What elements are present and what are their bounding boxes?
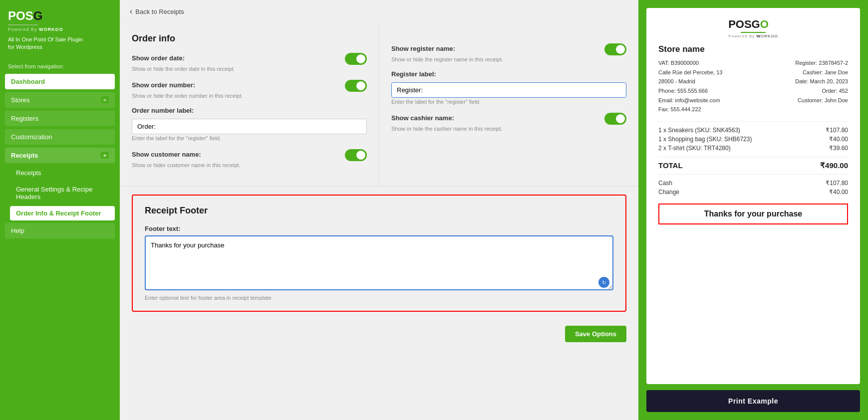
order-number-label-row: Order number label: Enter the label for … (132, 107, 367, 141)
receipt-divider-1 (658, 121, 848, 122)
show-cashier-name-toggle[interactable] (604, 113, 626, 125)
show-register-name-toggle[interactable] (604, 43, 626, 55)
sidebar-item-customization[interactable]: Customization (5, 129, 115, 145)
sidebar-item-label: Receipts (11, 152, 38, 159)
register-label-input[interactable] (391, 82, 626, 98)
receipt-store-name: Store name (658, 44, 848, 54)
item-desc-2: 2 x T-shirt (SKU: TRT4280) (658, 145, 731, 152)
item-price-0: ₹107.80 (826, 127, 848, 134)
textarea-resize-icon: ↻ (598, 277, 609, 288)
show-customer-name-row: Show customer name: Show or hider custom… (132, 149, 367, 168)
show-register-name-row: Show register name: Show or hide the reg… (391, 43, 626, 62)
order-number-label-desc: Enter the label for the "register" field… (132, 135, 367, 141)
nav-label: Select from navigation: (0, 56, 120, 72)
receipt-cash-row: Cash ₹107.80 (658, 179, 848, 188)
show-customer-name-desc: Show or hider customer name in this rece… (132, 162, 367, 168)
cash-value: ₹107.80 (826, 180, 848, 187)
sidebar-tagline: All In One Point Of Sale Plugin for Word… (8, 36, 112, 51)
receipt-logo: POSGO Powered By WORKGO (728, 18, 778, 38)
receipt-card: POSGO Powered By WORKGO Store name VAT: … (646, 8, 860, 384)
sidebar-item-stores[interactable]: Stores » (5, 92, 115, 108)
receipt-cashier: Cashier: Jane Doe (795, 68, 848, 77)
footer-section-title: Receipt Footer (145, 206, 613, 216)
show-order-date-label: Show order date: (132, 54, 185, 62)
show-cashier-name-label: Show cashier name: (391, 114, 454, 122)
order-info-title: Order info (132, 33, 367, 44)
show-order-date-desc: Show or hide the order date in this rece… (132, 66, 367, 72)
show-customer-name-toggle[interactable] (345, 149, 367, 161)
show-customer-name-label: Show customer name: (132, 151, 201, 158)
main-wrapper: ‹ Back to Receipts Order info Show order… (120, 0, 638, 420)
footer-text-textarea[interactable]: Thanks for your purchase (145, 235, 613, 290)
change-label: Change (658, 189, 679, 196)
sidebar-item-receipts[interactable]: Receipts » (5, 148, 115, 163)
total-label: TOTAL (658, 161, 683, 170)
print-example-button[interactable]: Print Example (646, 390, 860, 412)
show-cashier-name-row: Show cashier name: Show or hide the cash… (391, 113, 626, 132)
receipt-email: Email: info@website.com (658, 96, 722, 105)
back-nav-label: Back to Receipts (135, 8, 184, 15)
subitem-label: General Settings & Recipe Headers (16, 186, 92, 201)
show-register-name-label: Show register name: (391, 45, 455, 52)
logo-pos-text: POS (8, 9, 33, 23)
show-order-number-toggle[interactable] (345, 80, 367, 92)
sidebar-logo-area: POSGO Powered By WORKGO All In One Point… (0, 0, 120, 56)
item-price-1: ₹40.00 (829, 136, 848, 143)
sidebar-item-registers[interactable]: Registers (5, 111, 115, 126)
show-cashier-name-desc: Show or hide the cashier name in this re… (391, 126, 626, 132)
sidebar-item-dashboard[interactable]: Dashboard (5, 74, 115, 89)
receipt-preview-panel: POSGO Powered By WORKGO Store name VAT: … (638, 0, 868, 420)
receipt-info-left: VAT: B39000000 Calle Rúe del Percebe, 13… (658, 58, 722, 114)
subitem-label: Order Info & Receipt Footer (16, 210, 101, 217)
change-value: ₹40.00 (829, 189, 848, 196)
sidebar-item-label: Dashboard (11, 78, 45, 85)
register-label-desc: Enter the label for the "register" field… (391, 99, 626, 105)
save-options-button[interactable]: Save Options (565, 326, 626, 342)
back-nav[interactable]: ‹ Back to Receipts (120, 0, 638, 23)
item-desc-1: 1 x Shopping bag (SKU: SHB6723) (658, 136, 752, 143)
register-label-row: Register label: Enter the label for the … (391, 70, 626, 105)
show-order-number-desc: Show or hide the order number in this re… (132, 93, 367, 99)
sidebar-subitem-general-settings[interactable]: General Settings & Recipe Headers (10, 182, 115, 204)
form-body: Order info Show order date: Show or hide… (120, 23, 638, 420)
receipt-vat: VAT: B39000000 (658, 58, 722, 68)
receipt-info-grid: VAT: B39000000 Calle Rúe del Percebe, 13… (658, 58, 848, 114)
sidebar-item-label: Stores (11, 96, 30, 104)
receipt-fax: Fax: 555.444.222 (658, 105, 722, 114)
sidebar-item-label: Customization (11, 133, 52, 141)
top-form-sections: Order info Show order date: Show or hide… (120, 23, 638, 187)
sidebar-item-help[interactable]: Help (5, 223, 115, 238)
receipt-city: 28000 - Madrid (658, 77, 722, 86)
receipt-logo-row: POSGO Powered By WORKGO (658, 18, 848, 38)
powered-by-label: Powered By WORKGO (8, 27, 112, 32)
receipt-order: Order: 452 (795, 86, 848, 96)
receipt-phone: Phone: 555.555.666 (658, 86, 722, 96)
show-order-number-row: Show order number: Show or hide the orde… (132, 80, 367, 99)
receipt-footer-section: Receipt Footer Footer text: Thanks for y… (132, 195, 626, 312)
show-order-number-label: Show order number: (132, 81, 195, 89)
receipt-items: 1 x Sneakers (SKU: SNK4563) ₹107.80 1 x … (658, 126, 848, 153)
receipt-info-right: Register: 23878457-2 Cashier: Jane Doe D… (795, 58, 848, 114)
receipt-total-row: TOTAL ₹490.00 (658, 161, 848, 170)
sidebar-subitem-receipts[interactable]: Receipts (10, 166, 115, 180)
receipt-footer-text-display: Thanks for your purchase (658, 204, 848, 224)
sidebar-item-label: Help (11, 227, 24, 234)
save-options-row: Save Options (120, 320, 638, 348)
show-order-date-toggle[interactable] (345, 53, 367, 65)
receipt-customer: Customer: John Doe (795, 96, 848, 105)
order-number-label-input[interactable] (132, 119, 367, 134)
back-chevron: ‹ (130, 7, 132, 16)
receipt-item-2: 2 x T-shirt (SKU: TRT4280) ₹39.60 (658, 144, 848, 153)
receipt-change-row: Change ₹40.00 (658, 188, 848, 197)
order-info-left: Order info Show order date: Show or hide… (120, 23, 379, 186)
receipt-divider-2 (658, 157, 848, 157)
sidebar-subitem-order-info[interactable]: Order Info & Receipt Footer (10, 206, 115, 220)
receipt-posgo-logo: POSGO (728, 18, 778, 31)
receipts-badge: » (101, 152, 109, 159)
receipt-date: Date: March 20, 2023 (795, 77, 848, 86)
receipt-address: Calle Rúe del Percebe, 13 (658, 68, 722, 77)
order-info-right: Show register name: Show or hide the reg… (379, 23, 638, 186)
total-value: ₹490.00 (820, 161, 848, 170)
item-desc-0: 1 x Sneakers (SKU: SNK4563) (658, 127, 740, 134)
order-number-label-title: Order number label: (132, 107, 367, 114)
